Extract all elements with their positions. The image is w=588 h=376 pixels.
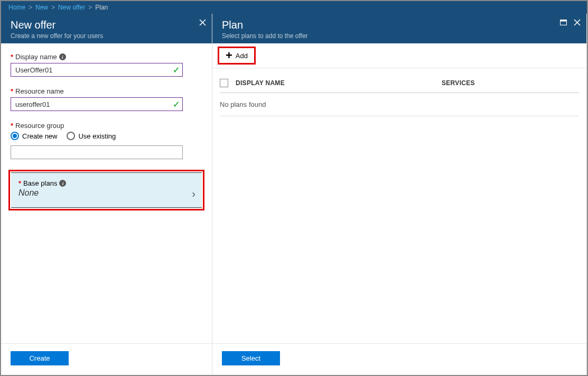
blade-plan: Plan Select plans to add to the offer + … xyxy=(212,14,587,375)
close-icon[interactable] xyxy=(198,18,207,26)
blade-subtitle: Create a new offer for your users xyxy=(11,32,202,40)
blade-title: Plan xyxy=(222,19,577,31)
resource-name-label: Resource name xyxy=(15,87,64,95)
field-resource-group: * Resource group Create new Use existing xyxy=(11,122,202,159)
add-button-label: Add xyxy=(236,52,248,60)
breadcrumb-separator: > xyxy=(87,4,93,11)
svg-rect-3 xyxy=(560,20,566,21)
breadcrumb-plan[interactable]: Plan xyxy=(93,4,110,11)
checkmark-icon: ✓ xyxy=(173,65,180,75)
breadcrumb-home[interactable]: Home xyxy=(6,4,27,11)
blade-new-offer: New offer Create a new offer for your us… xyxy=(1,14,212,375)
base-plans-value: None xyxy=(18,188,194,198)
checkmark-icon: ✓ xyxy=(173,99,180,109)
resource-group-input[interactable] xyxy=(11,145,183,159)
required-indicator: * xyxy=(11,87,13,95)
radio-icon xyxy=(67,132,75,140)
column-display-name[interactable]: DISPLAY NAME xyxy=(236,79,434,87)
breadcrumb-separator: > xyxy=(50,4,56,11)
resource-group-label: Resource group xyxy=(15,122,64,130)
required-indicator: * xyxy=(18,179,21,187)
required-indicator: * xyxy=(11,53,13,61)
maximize-icon[interactable] xyxy=(559,18,567,26)
field-resource-name: * Resource name ✓ xyxy=(11,87,202,111)
blade-header-plan: Plan Select plans to add to the offer xyxy=(212,14,586,43)
blade-title: New offer xyxy=(11,19,202,31)
base-plans-label: Base plans xyxy=(23,179,57,187)
blade-header-new-offer: New offer Create a new offer for your us… xyxy=(1,14,212,43)
radio-create-new-label: Create new xyxy=(22,132,57,140)
plus-icon: + xyxy=(226,50,232,61)
add-button[interactable]: + Add xyxy=(218,47,256,65)
required-indicator: * xyxy=(11,122,13,130)
display-name-label: Display name xyxy=(15,53,57,61)
breadcrumb-new-offer[interactable]: New offer xyxy=(56,4,87,11)
display-name-input[interactable] xyxy=(11,63,183,77)
plans-table: DISPLAY NAME SERVICES No plans found xyxy=(212,68,586,116)
resource-name-input[interactable] xyxy=(11,97,183,111)
blade-subtitle: Select plans to add to the offer xyxy=(222,32,577,40)
create-button[interactable]: Create xyxy=(11,351,69,365)
base-plans-selector[interactable]: * Base plans i None › xyxy=(11,172,202,208)
breadcrumb: Home > New > New offer > Plan xyxy=(1,1,587,14)
radio-icon xyxy=(11,132,19,140)
select-all-checkbox[interactable] xyxy=(220,79,228,87)
breadcrumb-separator: > xyxy=(27,4,33,11)
info-icon[interactable]: i xyxy=(59,53,66,60)
radio-use-existing[interactable]: Use existing xyxy=(67,132,116,140)
empty-state-message: No plans found xyxy=(220,93,579,116)
breadcrumb-new[interactable]: New xyxy=(33,4,50,11)
plan-toolbar: + Add xyxy=(212,43,586,68)
column-services[interactable]: SERVICES xyxy=(442,79,579,87)
close-icon[interactable] xyxy=(573,18,581,26)
chevron-right-icon: › xyxy=(192,188,195,200)
radio-use-existing-label: Use existing xyxy=(78,132,116,140)
select-button[interactable]: Select xyxy=(222,351,280,365)
radio-create-new[interactable]: Create new xyxy=(11,132,57,140)
base-plans-highlight: * Base plans i None › xyxy=(8,170,204,210)
info-icon[interactable]: i xyxy=(59,180,66,187)
field-display-name: * Display name i ✓ xyxy=(11,53,202,77)
